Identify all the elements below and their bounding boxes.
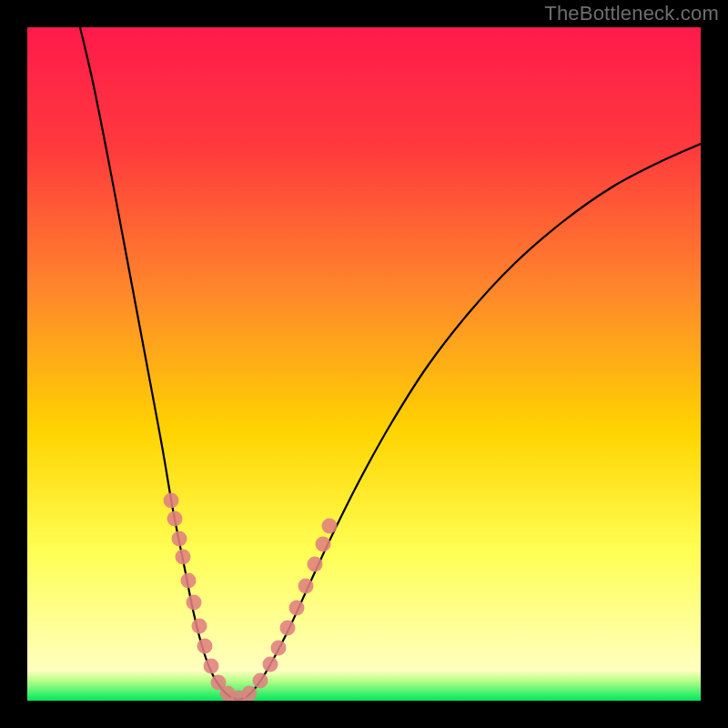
left-dots-point bbox=[167, 511, 183, 527]
left-dots-point bbox=[204, 659, 219, 674]
left-dots-point bbox=[176, 550, 191, 565]
right-dots-point bbox=[308, 557, 323, 572]
left-dots-point bbox=[172, 531, 187, 547]
left-dots-point bbox=[187, 595, 202, 611]
left-dots-point bbox=[197, 639, 213, 654]
chart-svg bbox=[27, 27, 701, 701]
left-dots-point bbox=[164, 493, 179, 509]
right-dots-point bbox=[271, 641, 287, 656]
watermark-label: TheBottleneck.com bbox=[544, 2, 719, 25]
plot-frame bbox=[27, 27, 701, 701]
right-dots-point bbox=[263, 657, 278, 672]
right-dots-point bbox=[298, 579, 314, 594]
left-dots-point bbox=[181, 573, 197, 589]
right-dots-point bbox=[289, 601, 305, 616]
right-dots-point bbox=[316, 537, 331, 552]
left-dots-point bbox=[192, 619, 207, 634]
chart-background bbox=[27, 27, 701, 701]
right-dots-point bbox=[322, 519, 338, 534]
right-dots-point bbox=[280, 621, 296, 636]
right-dots-point bbox=[253, 673, 268, 689]
right-dots-point bbox=[242, 686, 258, 702]
